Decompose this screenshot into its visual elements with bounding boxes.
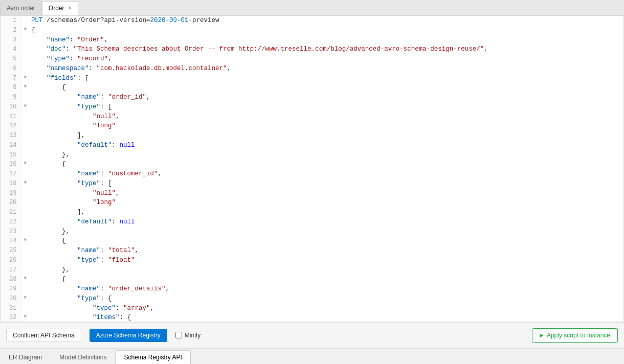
line-number: 14 [1, 141, 21, 150]
code-line: "name": "order_details", [29, 284, 623, 294]
code-line: ], [29, 131, 623, 141]
fold-indicator [21, 16, 29, 26]
code-line: "default": null [29, 217, 623, 227]
code-line: "null", [29, 189, 623, 198]
minify-checkbox-label[interactable]: Minify [175, 332, 200, 339]
table-row: 7▼ "fields": [ [1, 74, 623, 83]
code-line: { [29, 160, 623, 169]
table-row: 9 "name": "order_id", [1, 93, 623, 102]
fold-indicator[interactable]: ▼ [21, 275, 29, 284]
code-editor[interactable]: 1PUT /schemas/Order?api-version=2020-09-… [0, 15, 624, 322]
apply-script-label: Apply script to Instance [547, 332, 610, 339]
bottom-tab-schema-registry-api[interactable]: Schema Registry API [115, 350, 190, 364]
table-row: 28▼ { [1, 275, 623, 284]
code-line: ], [29, 208, 623, 217]
azure-schema-registry-btn[interactable]: Azure Schema Registry [90, 329, 167, 342]
table-row: 20 "long" [1, 198, 623, 208]
fold-indicator [21, 150, 29, 160]
line-number: 3 [1, 35, 21, 45]
fold-indicator[interactable]: ▼ [21, 313, 29, 322]
code-line: }, [29, 265, 623, 275]
fold-indicator[interactable]: ▼ [21, 83, 29, 93]
fold-indicator[interactable]: ▼ [21, 26, 29, 35]
code-line: { [29, 236, 623, 246]
tab-order-label: Order [49, 5, 64, 12]
fold-indicator[interactable]: ▼ [21, 179, 29, 189]
line-number: 6 [1, 64, 21, 74]
code-line: "namespace": "com.hackolade.db.model.con… [29, 64, 623, 74]
bottom-tab-bar: ER Diagram Model Definitions Schema Regi… [0, 348, 624, 364]
fold-indicator [21, 227, 29, 237]
fold-indicator[interactable]: ▼ [21, 160, 29, 169]
fold-indicator [21, 93, 29, 102]
code-line: "type": "array", [29, 304, 623, 313]
code-line: }, [29, 150, 623, 160]
code-line: "type": [ [29, 102, 623, 112]
code-line: "default": null [29, 141, 623, 150]
code-line: }, [29, 227, 623, 237]
line-number: 24 [1, 236, 21, 246]
bottom-tab-model-definitions-label: Model Definitions [59, 354, 106, 361]
table-row: 12 "long" [1, 121, 623, 131]
tab-avro-order[interactable]: Avro order [0, 1, 42, 15]
tab-avro-order-label: Avro order [7, 5, 35, 12]
table-row: 18▼ "type": [ [1, 179, 623, 189]
line-number: 27 [1, 265, 21, 275]
fold-indicator[interactable]: ▼ [21, 236, 29, 246]
bottom-tab-model-definitions[interactable]: Model Definitions [51, 350, 115, 364]
line-number: 31 [1, 304, 21, 313]
fold-indicator[interactable]: ▼ [21, 74, 29, 83]
fold-indicator[interactable]: ▼ [21, 294, 29, 304]
fold-indicator [21, 246, 29, 256]
table-row: 19 "null", [1, 189, 623, 198]
fold-indicator [21, 35, 29, 45]
fold-indicator [21, 131, 29, 141]
table-row: 25 "name": "total", [1, 246, 623, 256]
line-number: 16 [1, 160, 21, 169]
line-number: 26 [1, 256, 21, 265]
play-icon: ▶ [540, 332, 544, 338]
table-row: 10▼ "type": [ [1, 102, 623, 112]
fold-indicator [21, 198, 29, 208]
bottom-tab-er-diagram[interactable]: ER Diagram [0, 350, 51, 364]
line-number: 20 [1, 198, 21, 208]
code-line: "doc": "This Schema describes about Orde… [29, 44, 623, 54]
fold-indicator [21, 304, 29, 313]
code-line: "type": "record", [29, 54, 623, 64]
confluent-api-schema-btn[interactable]: Confluent API Schema [6, 329, 81, 342]
fold-indicator [21, 54, 29, 64]
table-row: 17 "name": "customer_id", [1, 169, 623, 179]
code-line: "name": "customer_id", [29, 169, 623, 179]
line-number: 10 [1, 102, 21, 112]
fold-indicator [21, 189, 29, 198]
bottom-tab-er-diagram-label: ER Diagram [9, 354, 42, 361]
minify-checkbox[interactable] [175, 332, 182, 338]
table-row: 3 "name": "Order", [1, 35, 623, 45]
table-row: 27 }, [1, 265, 623, 275]
line-number: 21 [1, 208, 21, 217]
line-number: 11 [1, 112, 21, 122]
table-row: 14 "default": null [1, 141, 623, 150]
line-number: 8 [1, 83, 21, 93]
tab-order-close[interactable]: ✕ [68, 6, 72, 11]
line-number: 30 [1, 294, 21, 304]
fold-indicator [21, 265, 29, 275]
code-line: "name": "order_id", [29, 93, 623, 102]
fold-indicator [21, 64, 29, 74]
code-line: "long" [29, 198, 623, 208]
fold-indicator [21, 217, 29, 227]
line-number: 17 [1, 169, 21, 179]
fold-indicator [21, 256, 29, 265]
fold-indicator[interactable]: ▼ [21, 102, 29, 112]
table-row: 31 "type": "array", [1, 304, 623, 313]
table-row: 15 }, [1, 150, 623, 160]
code-line: "type": "float" [29, 256, 623, 265]
line-number: 25 [1, 246, 21, 256]
table-row: 30▼ "type": { [1, 294, 623, 304]
table-row: 16▼ { [1, 160, 623, 169]
apply-script-button[interactable]: ▶ Apply script to Instance [532, 328, 618, 343]
table-row: 4 "doc": "This Schema describes about Or… [1, 44, 623, 54]
table-row: 1PUT /schemas/Order?api-version=2020-09-… [1, 16, 623, 26]
tab-order[interactable]: Order ✕ [42, 1, 78, 15]
table-row: 13 ], [1, 131, 623, 141]
